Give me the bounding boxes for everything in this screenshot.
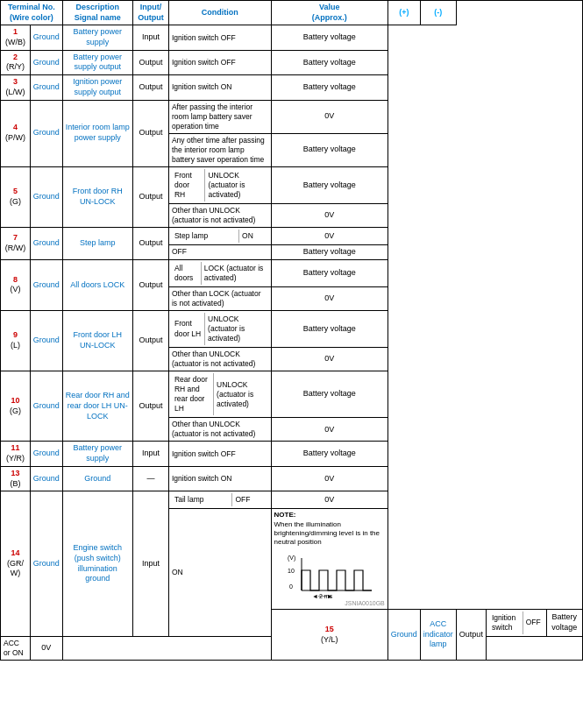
ground-cell: Ground (30, 166, 62, 227)
io-cell: Output (132, 371, 168, 442)
condition-cell: OFF (168, 245, 271, 260)
io-cell: Output (132, 50, 168, 74)
value-cell: Battery voltage (271, 133, 387, 166)
terminal-num: 14(GR/W) (1, 491, 31, 637)
signal-cell: Front door RH UN-LOCK (62, 166, 132, 227)
io-cell: — (132, 466, 168, 491)
table-row: 5(G) Ground Front door RH UN-LOCK Output… (1, 166, 583, 203)
svg-text:10: 10 (288, 568, 295, 574)
terminal-num: 15(Y/L) (271, 609, 387, 660)
io-cell: Output (132, 259, 168, 310)
condition-cell: Front door RHUNLOCK (actuator is activat… (168, 166, 271, 203)
table-row: 1(W/B) Ground Battery power supply Input… (1, 25, 583, 50)
io-cell: Output (132, 166, 168, 227)
table-row: 3(L/W) Ground Ignition power supply outp… (1, 75, 583, 100)
condition-cell: Ignition switchOFF (486, 609, 546, 636)
terminal-num: 1(W/B) (1, 25, 31, 50)
condition-cell: After passing the interior room lamp bat… (168, 100, 271, 133)
condition-cell: All doorsLOCK (actuator is activated) (168, 259, 271, 286)
table-row: 14(GR/W) Ground Engine switch (push swit… (1, 491, 583, 509)
condition-cell: ON (168, 509, 271, 637)
terminal-num: 11(Y/R) (1, 442, 31, 466)
terminal-num: 9(L) (1, 310, 31, 371)
value-cell: Battery voltage (271, 166, 387, 203)
value-cell: 0V (271, 418, 387, 442)
signal-cell: Step lamp (62, 228, 132, 260)
ground-cell: Ground (387, 609, 420, 660)
ground-cell: Ground (30, 371, 62, 442)
terminal-num: 10(G) (1, 371, 31, 442)
condition-cell: Other than UNLOCK (actuator is not activ… (168, 203, 271, 227)
value-cell: 0V (271, 286, 387, 310)
terminal-num: 13(B) (1, 466, 31, 491)
svg-text:0: 0 (289, 583, 293, 590)
value-cell: 0V (271, 348, 387, 371)
table-row: 7(R/W) Ground Step lamp Output Step lamp… (1, 228, 583, 245)
value-cell: Battery voltage (271, 310, 387, 347)
table-row: 10(G) Ground Rear door RH and rear door … (1, 371, 583, 418)
signal-cell: Engine switch (push switch) illumination… (62, 491, 132, 637)
ground-cell: Ground (30, 228, 62, 260)
table-row: 4(P/W) Ground Interior room lamp power s… (1, 100, 583, 133)
io-cell: Output (132, 75, 168, 100)
table-row: 8(V) Ground All doors LOCK Output All do… (1, 259, 583, 286)
terminal-num: 3(L/W) (1, 75, 31, 100)
condition-cell: Other than LOCK (actuator is not activat… (168, 286, 271, 310)
ground-cell: Ground (30, 466, 62, 491)
description-header: Description Signal name (62, 1, 132, 25)
terminal-header: Terminal No. (Wire color) (1, 1, 63, 25)
table-row: 11(Y/R) Ground Battery power supply Inpu… (1, 442, 583, 466)
ground-cell: Ground (30, 259, 62, 310)
io-cell: Output (132, 100, 168, 166)
signal-cell: ACC indicator lamp (420, 609, 456, 660)
condition-cell: Ignition switch OFF (168, 50, 271, 74)
value-cell: Battery voltage (271, 371, 387, 418)
value-cell: Battery voltage (271, 25, 387, 50)
ground-cell: Ground (30, 491, 62, 637)
ground-cell: Ground (30, 50, 62, 74)
io-cell: Output (132, 310, 168, 371)
condition-cell: Rear door RH and rear door LHUNLOCK (act… (168, 371, 271, 418)
signal-cell: Front door LH UN-LOCK (62, 310, 132, 371)
terminal-num: 8(V) (1, 259, 31, 310)
value-cell: 0V (271, 491, 387, 509)
ground-cell: Ground (30, 25, 62, 50)
signal-cell: Battery power supply output (62, 50, 132, 74)
value-cell: Battery voltage (546, 609, 582, 636)
value-cell: Battery voltage (271, 75, 387, 100)
value-header: Value (Approx.) (271, 1, 387, 25)
signal-cell: Battery power supply (62, 25, 132, 50)
ground-cell: Ground (30, 100, 62, 166)
svg-text:2 ms: 2 ms (319, 593, 333, 599)
plus-header: (+) (387, 1, 420, 25)
io-cell: Output (456, 609, 486, 660)
value-cell: Battery voltage (271, 259, 387, 286)
waveform-chart: (V) 10 0 ◄──► 2 ms (274, 551, 385, 599)
condition-cell: Any other time after passing the interio… (168, 133, 271, 166)
io-cell: Output (132, 228, 168, 260)
table-row: 2(R/Y) Ground Battery power supply outpu… (1, 50, 583, 74)
io-cell: Input (132, 442, 168, 466)
table-row: 13(B) Ground Ground — Ignition switch ON… (1, 466, 583, 491)
signal-cell: Rear door RH and rear door LH UN-LOCK (62, 371, 132, 442)
condition-cell: Ignition switch OFF (168, 442, 271, 466)
condition-cell: Front door LHUNLOCK (actuator is activat… (168, 310, 271, 347)
io-cell: Input (132, 491, 168, 637)
condition-header: Condition (168, 1, 271, 25)
value-cell: Battery voltage (271, 442, 387, 466)
ground-cell: Ground (30, 442, 62, 466)
value-cell: 0V (30, 637, 62, 661)
terminal-num: 7(R/W) (1, 228, 31, 260)
minus-header: (-) (420, 1, 456, 25)
chart-label: JSNIA0010GB (274, 599, 385, 607)
terminal-num: 4(P/W) (1, 100, 31, 166)
condition-cell: Ignition switch ON (168, 75, 271, 100)
condition-cell: Ignition switch ON (168, 466, 271, 491)
value-cell: Battery voltage (271, 50, 387, 74)
svg-text:(V): (V) (288, 555, 295, 562)
condition-cell: Step lampON (168, 228, 271, 245)
signal-cell: Ignition power supply output (62, 75, 132, 100)
value-cell: 0V (271, 228, 387, 245)
table-row: 9(L) Ground Front door LH UN-LOCK Output… (1, 310, 583, 347)
value-cell: Battery voltage (271, 245, 387, 260)
